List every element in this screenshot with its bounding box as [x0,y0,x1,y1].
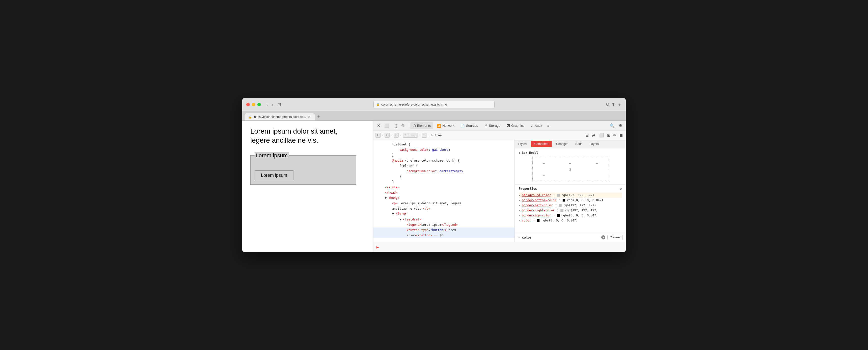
tab-node[interactable]: Node [572,141,586,147]
console-prompt-icon: ▶ [376,245,379,250]
box-tool-button[interactable]: ⬜ [598,132,605,138]
code-line: } [373,174,515,179]
split-view-button[interactable]: ⊡ [276,101,283,108]
devtools-panel: ✕ ⬜ ⬚ ⊕ ⬡ Elements 📶 Network 📄 Sources [373,121,626,252]
tab-close-button[interactable]: ✕ [308,115,311,119]
code-line: ▼ <form> [373,211,515,217]
prop-swatch-1[interactable] [557,194,560,197]
close-button[interactable] [246,103,250,106]
filter-clear-button[interactable]: ✕ [601,235,605,239]
tab-layers[interactable]: Layers [586,141,602,147]
breadcrumb-arrow-1: › [382,134,383,137]
prop-swatch-5[interactable] [557,214,560,217]
breadcrumb-item-3[interactable]: E [394,133,399,138]
share-button[interactable]: ⬆ [611,102,615,107]
tab-bar: 🔒 https://color-scheme-prefers-color-sc.… [242,111,626,121]
prop-border-left-color[interactable]: ▶ border-left-color : rgb(192, 192, 192) [519,203,622,208]
graphics-icon: 🖼 [506,124,510,128]
properties-header: Properties ⊙ [519,186,622,191]
code-line-selected[interactable]: <button type="button">Lorem [373,228,515,233]
webpage-preview: Lorem ipsum dolor sit amet,legere ancill… [242,121,373,252]
paint-tool-button[interactable]: ◼ [618,132,624,138]
more-tabs-button[interactable]: » [546,122,551,129]
breadcrumb-item-1[interactable]: E [375,133,381,138]
grid2-tool-button[interactable]: ⊞ [606,132,611,138]
new-tab-button[interactable]: ＋ [617,101,622,108]
settings-button[interactable]: ⚙ [617,122,624,129]
prop-arrow-4[interactable]: ▶ [519,209,520,212]
tab-favicon: 🔒 [249,115,252,119]
add-tab-button[interactable]: ＋ [316,113,321,120]
print-tool-button[interactable]: 🖨 [591,132,597,138]
tab-network[interactable]: 📶 Network [434,122,457,129]
prop-arrow-1[interactable]: ▶ [519,194,520,197]
code-line: background-color: darkslategray; [373,169,515,174]
classes-button[interactable]: Classes [607,235,623,240]
dock-button[interactable]: ⬚ [392,122,399,129]
console-input[interactable] [381,245,623,249]
code-panel[interactable]: fieldset { background-color: gainsboro; … [373,140,515,242]
grid-tool-button[interactable]: ⊞ [584,132,590,138]
prop-color[interactable]: ▶ color : rgba(0, 0, 0, 0.847) [519,218,622,223]
pen-tool-button[interactable]: ✏ [612,132,617,138]
tab-computed[interactable]: Computed [531,141,552,147]
maximize-button[interactable] [257,103,261,106]
prop-background-color[interactable]: ▶ background-color : rgb(192, 192, 192) [519,193,622,198]
prop-swatch-4[interactable] [560,209,563,212]
forward-button[interactable]: › [270,101,275,108]
browser-tab[interactable]: 🔒 https://color-scheme-prefers-color-sc.… [244,113,315,120]
breadcrumb-item-current[interactable]: button [431,134,441,137]
lorem-ipsum-button[interactable]: Lorem ipsum [255,171,293,180]
elements-tab-label: Elements [417,124,431,127]
prop-colon-2: : [558,199,560,202]
code-line: @media (prefers-color-scheme: dark) { [373,158,515,164]
breadcrumb-item-2[interactable]: E [384,133,390,138]
box-model-section: ▼ Box Model – – – [515,148,626,184]
back-button[interactable]: ‹ [265,101,269,108]
box-model-toggle[interactable]: ▼ [519,151,520,154]
styles-panel: Styles Computed Changes Node Layers ▼ Bo… [515,140,626,242]
prop-arrow-2[interactable]: ▶ [519,199,520,202]
code-line-selected-2[interactable]: ipsum</button> == $0 [373,233,515,238]
elements-icon: ⬡ [413,124,416,128]
code-line: <legend>Lorem ipsum</legend> [373,222,515,228]
tab-storage[interactable]: 🗄 Storage [482,122,503,129]
browser-window: ‹ › ⊡ 🔒 color-scheme-prefers-color-schem… [242,98,626,252]
prop-colon-6: : [533,219,535,222]
box-bottom-row: – [543,173,598,177]
elements-breadcrumb: E › E › E › fiel... › E › button ⊞ 🖨 ⬜ ⊞… [373,131,626,140]
breadcrumb-item-5[interactable]: E [422,133,427,138]
prop-border-right-color[interactable]: ▶ border-right-color : rgb(192, 192, 192… [519,208,622,213]
toolbar-right: ↻ ⬆ ＋ [606,101,622,108]
inspect-button[interactable]: ⊕ [400,122,406,129]
prop-swatch-6[interactable] [537,219,540,222]
properties-section[interactable]: Properties ⊙ ▶ background-color : rgb(19… [515,184,626,233]
prop-swatch-3[interactable] [559,204,562,207]
prop-swatch-2[interactable] [562,199,565,202]
undock-button[interactable]: ⬜ [383,122,391,129]
prop-border-bottom-color[interactable]: ▶ border-bottom-color : rgba(0, 0, 0, 0.… [519,198,622,203]
tab-sources[interactable]: 📄 Sources [458,122,481,129]
breadcrumb-item-4[interactable]: fiel... [403,133,418,138]
prop-name-3: border-left-color [522,204,553,207]
prop-name-5: border-top-color [522,214,551,217]
prop-arrow-3[interactable]: ▶ [519,204,520,207]
close-devtools-button[interactable]: ✕ [375,122,382,129]
prop-arrow-6[interactable]: ▶ [519,219,520,222]
address-bar[interactable]: 🔒 color-scheme-prefers-color-scheme.glit… [373,101,495,108]
tab-styles[interactable]: Styles [515,141,530,147]
tab-elements[interactable]: ⬡ Elements [410,122,433,129]
sources-tab-label: Sources [466,124,478,127]
box-top-row: – – – [543,162,598,165]
tab-graphics[interactable]: 🖼 Graphics [504,122,527,129]
prop-arrow-5[interactable]: ▶ [519,214,520,217]
reload-button[interactable]: ↻ [606,102,609,107]
tab-changes[interactable]: Changes [553,141,572,147]
search-button[interactable]: 🔍 [608,122,616,129]
properties-filter-icon[interactable]: ⊙ [620,186,622,191]
minimize-button[interactable] [252,103,255,106]
prop-border-top-color[interactable]: ▶ border-top-color : rgba(0, 0, 0, 0.847… [519,213,622,218]
filter-input[interactable] [522,236,599,239]
tab-audit[interactable]: ✓ Audit [528,122,545,129]
breadcrumb-arrow-2: › [391,134,392,137]
